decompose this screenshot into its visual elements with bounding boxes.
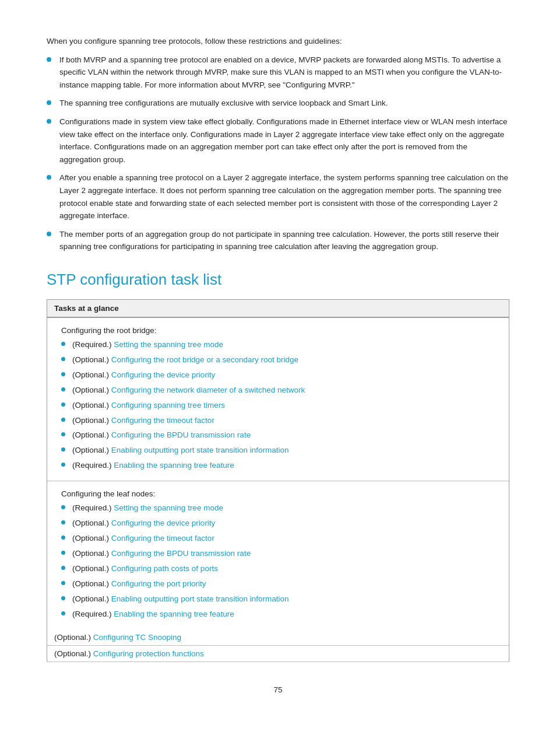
intro-bullet-list: If both MVRP and a spanning tree protoco… bbox=[47, 54, 509, 253]
tc-snooping-row: (Optional.) Configuring TC Snooping bbox=[47, 629, 509, 646]
bullet-dot bbox=[47, 232, 51, 236]
list-item: (Optional.) Configuring the device prior… bbox=[54, 517, 502, 530]
list-item: (Optional.) Enabling outputting port sta… bbox=[54, 444, 502, 457]
item-text: (Required.) Setting the spanning tree mo… bbox=[72, 339, 223, 351]
list-item: After you enable a spanning tree protoco… bbox=[47, 172, 509, 222]
tc-snooping-cell: (Optional.) Configuring TC Snooping bbox=[47, 629, 509, 646]
bullet-dot bbox=[61, 611, 65, 615]
item-text: (Optional.) Configuring spanning tree ti… bbox=[72, 400, 225, 412]
link-timeout-factor-1[interactable]: Configuring the timeout factor bbox=[111, 416, 214, 425]
item-text: (Optional.) Configuring the root bridge … bbox=[72, 354, 298, 366]
item-text: (Optional.) Configuring path costs of po… bbox=[72, 563, 218, 575]
bullet-dot bbox=[61, 505, 65, 509]
link-port-priority[interactable]: Configuring the port priority bbox=[111, 579, 206, 588]
bullet-dot bbox=[61, 402, 65, 407]
item-text: (Optional.) Enabling outputting port sta… bbox=[72, 593, 288, 606]
root-bridge-list: (Required.) Setting the spanning tree mo… bbox=[54, 338, 502, 473]
item-text: (Required.) Enabling the spanning tree f… bbox=[72, 460, 234, 472]
link-timeout-factor-2[interactable]: Configuring the timeout factor bbox=[111, 534, 214, 542]
bullet-dot bbox=[61, 342, 65, 346]
page-number: 75 bbox=[47, 685, 509, 694]
root-bridge-label: Configuring the root bridge: bbox=[54, 321, 502, 337]
bullet-dot bbox=[61, 551, 65, 555]
bullet-dot bbox=[61, 596, 65, 600]
bullet-dot bbox=[61, 536, 65, 540]
bullet-dot bbox=[47, 119, 51, 124]
link-spanning-tree-mode-1[interactable]: Setting the spanning tree mode bbox=[114, 340, 223, 349]
link-protection-functions[interactable]: Configuring protection functions bbox=[93, 649, 204, 658]
bullet-text: After you enable a spanning tree protoco… bbox=[59, 172, 509, 222]
link-device-priority-2[interactable]: Configuring the device priority bbox=[111, 519, 216, 527]
list-item: If both MVRP and a spanning tree protoco… bbox=[47, 54, 509, 92]
link-spanning-tree-feature-2[interactable]: Enabling the spanning tree feature bbox=[114, 610, 234, 618]
list-item: (Required.) Enabling the spanning tree f… bbox=[54, 459, 502, 473]
link-tc-snooping[interactable]: Configuring TC Snooping bbox=[93, 633, 181, 642]
bullet-dot bbox=[61, 581, 65, 585]
list-item: (Required.) Setting the spanning tree mo… bbox=[54, 502, 502, 515]
bullet-dot bbox=[61, 463, 65, 467]
leaf-nodes-label: Configuring the leaf nodes: bbox=[54, 485, 502, 501]
bullet-dot bbox=[47, 175, 51, 180]
list-item: (Optional.) Configuring path costs of po… bbox=[54, 562, 502, 576]
item-text: (Optional.) Configuring the device prior… bbox=[72, 517, 215, 530]
list-item: (Required.) Setting the spanning tree mo… bbox=[54, 338, 502, 352]
bullet-dot bbox=[61, 372, 65, 376]
list-item: (Optional.) Enabling outputting port sta… bbox=[54, 593, 502, 606]
list-item: (Optional.) Configuring the timeout fact… bbox=[54, 532, 502, 545]
list-item: (Optional.) Configuring the BPDU transmi… bbox=[54, 547, 502, 561]
list-item: (Required.) Enabling the spanning tree f… bbox=[54, 608, 502, 621]
item-text: (Optional.) Configuring the network diam… bbox=[72, 384, 305, 397]
bullet-dot bbox=[61, 432, 65, 436]
table-header: Tasks at a glance bbox=[47, 299, 509, 317]
bullet-dot bbox=[61, 418, 65, 422]
list-item: (Optional.) Configuring the root bridge … bbox=[54, 354, 502, 367]
root-bridge-section: Configuring the root bridge: (Required.)… bbox=[47, 317, 509, 481]
task-table: Tasks at a glance Configuring the root b… bbox=[47, 299, 509, 662]
link-spanning-tree-timers[interactable]: Configuring spanning tree timers bbox=[111, 401, 225, 410]
protection-cell: (Optional.) Configuring protection funct… bbox=[47, 645, 509, 662]
item-text: (Required.) Enabling the spanning tree f… bbox=[72, 608, 234, 621]
list-item: The spanning tree configurations are mut… bbox=[47, 97, 509, 110]
list-item: (Optional.) Configuring the port priorit… bbox=[54, 578, 502, 591]
list-item: Configurations made in system view take … bbox=[47, 116, 509, 166]
link-device-priority-1[interactable]: Configuring the device priority bbox=[111, 370, 216, 379]
bullet-dot bbox=[61, 387, 65, 391]
bullet-text: If both MVRP and a spanning tree protoco… bbox=[59, 54, 509, 92]
leaf-nodes-section: Configuring the leaf nodes: (Required.) … bbox=[47, 481, 509, 629]
protection-row: (Optional.) Configuring protection funct… bbox=[47, 645, 509, 662]
bullet-text: The spanning tree configurations are mut… bbox=[59, 97, 388, 110]
bullet-dot bbox=[61, 357, 65, 361]
link-bpdu-rate-1[interactable]: Configuring the BPDU transmission rate bbox=[111, 430, 251, 439]
list-item: The member ports of an aggregation group… bbox=[47, 228, 509, 253]
link-bpdu-rate-2[interactable]: Configuring the BPDU transmission rate bbox=[111, 549, 251, 558]
bullet-text: The member ports of an aggregation group… bbox=[59, 228, 509, 253]
link-path-costs[interactable]: Configuring path costs of ports bbox=[111, 564, 218, 573]
item-text: (Optional.) Configuring the BPDU transmi… bbox=[72, 429, 251, 442]
list-item: (Optional.) Configuring spanning tree ti… bbox=[54, 399, 502, 412]
link-port-state-1[interactable]: Enabling outputting port state transitio… bbox=[111, 446, 289, 454]
bullet-dot bbox=[61, 520, 65, 524]
link-spanning-tree-mode-2[interactable]: Setting the spanning tree mode bbox=[114, 503, 223, 512]
bullet-dot bbox=[61, 447, 65, 452]
link-port-state-2[interactable]: Enabling outputting port state transitio… bbox=[111, 594, 289, 603]
item-text: (Optional.) Configuring the port priorit… bbox=[72, 578, 206, 590]
item-text: (Optional.) Configuring the BPDU transmi… bbox=[72, 548, 251, 560]
item-text: (Optional.) Configuring the timeout fact… bbox=[72, 415, 214, 427]
list-item: (Optional.) Configuring the BPDU transmi… bbox=[54, 429, 502, 442]
bullet-text: Configurations made in system view take … bbox=[59, 116, 509, 166]
list-item: (Optional.) Configuring the network diam… bbox=[54, 384, 502, 397]
link-network-diameter[interactable]: Configuring the network diameter of a sw… bbox=[111, 386, 305, 394]
bullet-dot bbox=[47, 100, 51, 105]
bullet-dot bbox=[61, 566, 65, 570]
list-item: (Optional.) Configuring the timeout fact… bbox=[54, 414, 502, 428]
bullet-dot bbox=[47, 57, 51, 62]
leaf-nodes-list: (Required.) Setting the spanning tree mo… bbox=[54, 502, 502, 621]
list-item: (Optional.) Configuring the device prior… bbox=[54, 369, 502, 382]
item-text: (Optional.) Enabling outputting port sta… bbox=[72, 444, 288, 457]
link-spanning-tree-feature-1[interactable]: Enabling the spanning tree feature bbox=[114, 461, 234, 470]
intro-opening: When you configure spanning tree protoco… bbox=[47, 35, 509, 48]
item-text: (Optional.) Configuring the device prior… bbox=[72, 369, 215, 382]
item-text: (Optional.) Configuring the timeout fact… bbox=[72, 533, 214, 545]
link-root-bridge[interactable]: Configuring the root bridge or a seconda… bbox=[111, 355, 298, 364]
section-title: STP configuration task list bbox=[47, 271, 509, 289]
